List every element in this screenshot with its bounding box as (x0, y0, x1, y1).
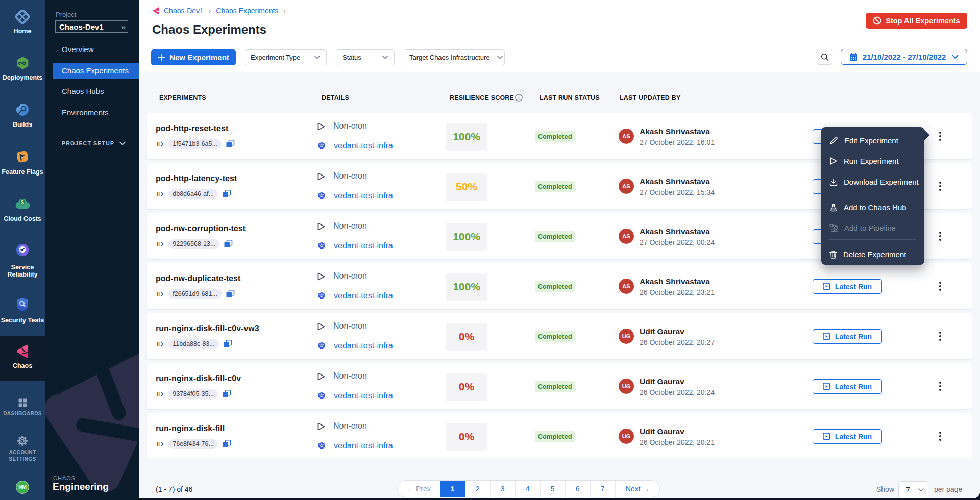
svg-text:$: $ (21, 199, 24, 205)
